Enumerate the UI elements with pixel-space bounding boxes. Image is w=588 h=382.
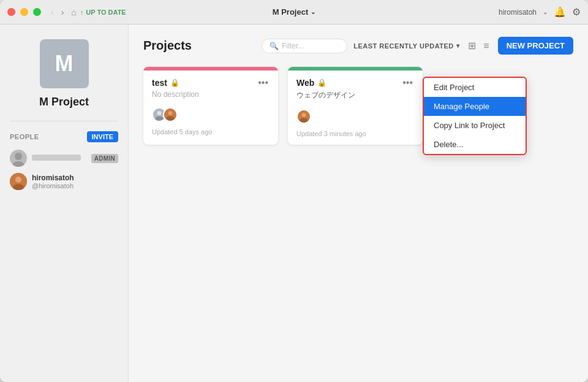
uptodate-badge: ↑ UP TO DATE xyxy=(80,9,126,16)
minimize-button[interactable] xyxy=(20,8,28,16)
card-more-button[interactable]: ••• xyxy=(401,78,414,88)
blurred-name xyxy=(32,155,81,161)
filter-wrapper: 🔍 Filter... xyxy=(262,39,347,53)
context-menu-item-copy-link[interactable]: Copy Link to Project xyxy=(424,116,526,135)
people-header: PEOPLE INVITE xyxy=(10,131,118,142)
list-item: ADMIN xyxy=(10,150,118,167)
chevron-down-icon: ▾ xyxy=(456,42,460,49)
titlebar: ‹ › ⌂ ↑ UP TO DATE M Project ⌄ hiromisat… xyxy=(0,0,588,25)
svg-point-3 xyxy=(15,177,21,183)
card-more-button[interactable]: ••• xyxy=(257,78,270,88)
invite-button[interactable]: INVITE xyxy=(87,131,118,142)
card-avatars xyxy=(152,107,270,122)
window-title: M Project ⌄ xyxy=(273,7,316,17)
svg-point-1 xyxy=(12,161,24,167)
avatar xyxy=(10,173,27,190)
card-description: ウェブのデザイン xyxy=(296,90,414,101)
person-info xyxy=(32,155,86,162)
project-avatar: M xyxy=(40,39,89,88)
card-description: No description xyxy=(152,90,270,99)
card-header: Web 🔒 ••• xyxy=(296,78,414,88)
maximize-button[interactable] xyxy=(33,8,41,16)
list-item: hiromisatoh @hiromisatoh xyxy=(10,173,118,190)
avatar xyxy=(296,109,311,124)
context-menu-item-delete[interactable]: Delete... xyxy=(424,135,526,154)
dropdown-icon: ⌄ xyxy=(311,9,315,15)
lock-icon: 🔒 xyxy=(317,78,326,87)
project-card: Web 🔒 ••• ウェブのデザイン xyxy=(288,67,423,145)
header-right: 🔍 Filter... LEAST RECENTLY UPDATED ▾ ⊞ ≡… xyxy=(262,37,573,55)
nav-arrows: ‹ › xyxy=(48,6,66,18)
svg-point-12 xyxy=(302,113,306,117)
svg-point-9 xyxy=(168,111,173,115)
card-avatars xyxy=(296,109,414,124)
card-body: Web 🔒 ••• ウェブのデザイン xyxy=(288,71,423,145)
content-header: Projects 🔍 Filter... LEAST RECENTLY UPDA… xyxy=(143,37,573,55)
card-updated: Updated 3 minutes ago xyxy=(296,130,414,137)
card-updated: Updated 5 days ago xyxy=(152,128,270,136)
avatar xyxy=(10,150,27,167)
list-view-button[interactable]: ≡ xyxy=(481,39,491,53)
back-button[interactable]: ‹ xyxy=(48,6,56,18)
traffic-lights xyxy=(7,8,41,16)
filter-placeholder: Filter... xyxy=(282,42,304,50)
view-toggles: ⊞ ≡ xyxy=(466,39,491,53)
context-menu-item-edit[interactable]: Edit Project xyxy=(424,78,526,97)
breadcrumb: ⌂ ↑ UP TO DATE xyxy=(71,7,126,17)
card-title-row: test 🔒 xyxy=(152,78,179,88)
person-info: hiromisatoh @hiromisatoh xyxy=(32,174,118,189)
sidebar: M M Project PEOPLE INVITE xyxy=(0,25,129,382)
bell-icon[interactable]: 🔔 xyxy=(554,6,566,18)
card-title-row: Web 🔒 xyxy=(296,78,326,88)
project-card: test 🔒 ••• No description xyxy=(143,67,278,145)
people-label: PEOPLE xyxy=(10,133,39,140)
sort-label: LEAST RECENTLY UPDATED xyxy=(353,42,454,50)
gear-icon[interactable]: ⚙ xyxy=(572,6,581,18)
sync-icon: ↑ xyxy=(80,9,84,16)
chevron-down-icon: ⌄ xyxy=(543,9,548,15)
sidebar-divider xyxy=(10,121,118,121)
page-title: Projects xyxy=(143,39,192,53)
context-menu-item-manage-people[interactable]: Manage People xyxy=(424,97,526,116)
person-name: hiromisatoh xyxy=(32,174,118,182)
context-menu: Edit Project Manage People Copy Link to … xyxy=(423,77,527,155)
svg-point-0 xyxy=(15,153,22,160)
card-header: test 🔒 ••• xyxy=(152,78,270,88)
home-icon[interactable]: ⌂ xyxy=(71,7,76,17)
user-area: hiromisatoh ⌄ 🔔 ⚙ xyxy=(499,6,581,18)
username-label: hiromisatoh xyxy=(499,8,537,17)
card-title: Web xyxy=(296,78,314,88)
lock-icon: 🔒 xyxy=(170,78,179,87)
card-body: test 🔒 ••• No description xyxy=(143,71,278,143)
admin-badge: ADMIN xyxy=(91,154,118,163)
sidebar-project-title: M Project xyxy=(39,96,89,109)
grid-view-button[interactable]: ⊞ xyxy=(466,39,478,53)
main-layout: M M Project PEOPLE INVITE xyxy=(0,25,588,382)
people-section: PEOPLE INVITE ADMIN xyxy=(10,131,118,196)
person-handle: @hiromisatoh xyxy=(32,182,118,189)
avatar xyxy=(163,107,178,122)
card-title: test xyxy=(152,78,167,88)
search-icon: 🔍 xyxy=(270,42,279,50)
close-button[interactable] xyxy=(7,8,15,16)
sort-dropdown[interactable]: LEAST RECENTLY UPDATED ▾ xyxy=(353,42,459,50)
app-window: ‹ › ⌂ ↑ UP TO DATE M Project ⌄ hiromisat… xyxy=(0,0,588,382)
forward-button[interactable]: › xyxy=(59,6,67,18)
new-project-button[interactable]: NEW PROJECT xyxy=(498,37,573,55)
content-area: Projects 🔍 Filter... LEAST RECENTLY UPDA… xyxy=(129,25,588,382)
svg-point-6 xyxy=(157,111,162,115)
